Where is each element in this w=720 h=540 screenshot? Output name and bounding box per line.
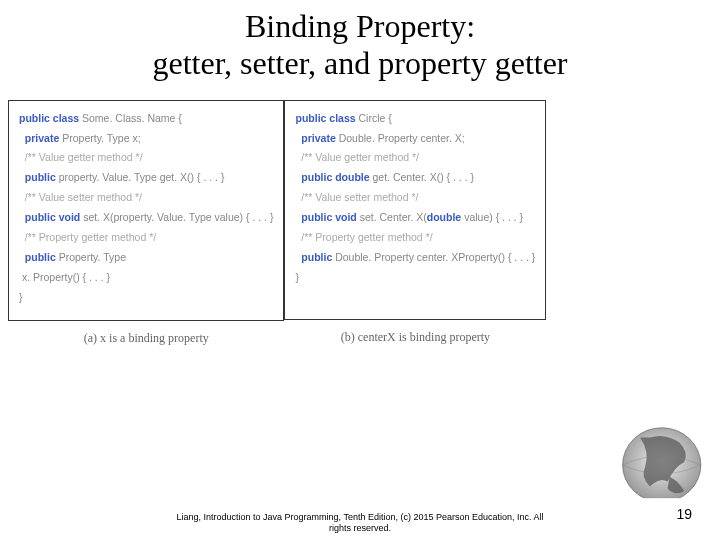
page-number: 19 — [676, 506, 692, 522]
code-line: public class Circle { — [295, 109, 535, 129]
footer-line-2: rights reserved. — [329, 523, 391, 533]
slide-title: Binding Property: getter, setter, and pr… — [0, 0, 720, 82]
code-line: public Double. Property center. XPropert… — [295, 248, 535, 268]
left-code: public class Some. Class. Name { private… — [8, 100, 284, 321]
code-line: /** Value getter method */ — [19, 148, 273, 168]
right-caption: (b) centerX is binding property — [284, 330, 546, 345]
code-line: /** Property getter method */ — [295, 228, 535, 248]
right-code: public class Circle { private Double. Pr… — [284, 100, 546, 320]
code-panels: public class Some. Class. Name { private… — [8, 100, 712, 346]
globe-icon — [590, 418, 710, 506]
title-line-2: getter, setter, and property getter — [152, 45, 567, 81]
code-line: } — [295, 268, 535, 288]
code-line: public class Some. Class. Name { — [19, 109, 273, 129]
right-panel: public class Circle { private Double. Pr… — [284, 100, 546, 346]
code-line: public Property. Type — [19, 248, 273, 268]
svg-rect-2 — [591, 498, 708, 506]
title-line-1: Binding Property: — [245, 8, 475, 44]
left-panel: public class Some. Class. Name { private… — [8, 100, 284, 346]
left-caption: (a) x is a binding property — [8, 331, 284, 346]
code-line: private Double. Property center. X; — [295, 129, 535, 149]
code-line: x. Property() { . . . } — [19, 268, 273, 288]
code-line: public void set. X(property. Value. Type… — [19, 208, 273, 228]
code-line: private Property. Type x; — [19, 129, 273, 149]
footer: Liang, Introduction to Java Programming,… — [0, 512, 720, 534]
code-line: public void set. Center. X(double value)… — [295, 208, 535, 228]
footer-line-1: Liang, Introduction to Java Programming,… — [176, 512, 543, 522]
code-line: /** Property getter method */ — [19, 228, 273, 248]
code-line: /** Value setter method */ — [295, 188, 535, 208]
code-line: /** Value setter method */ — [19, 188, 273, 208]
code-line: public double get. Center. X() { . . . } — [295, 168, 535, 188]
code-line: } — [19, 288, 273, 308]
code-line: public property. Value. Type get. X() { … — [19, 168, 273, 188]
slide: Binding Property: getter, setter, and pr… — [0, 0, 720, 540]
code-line: /** Value getter method */ — [295, 148, 535, 168]
